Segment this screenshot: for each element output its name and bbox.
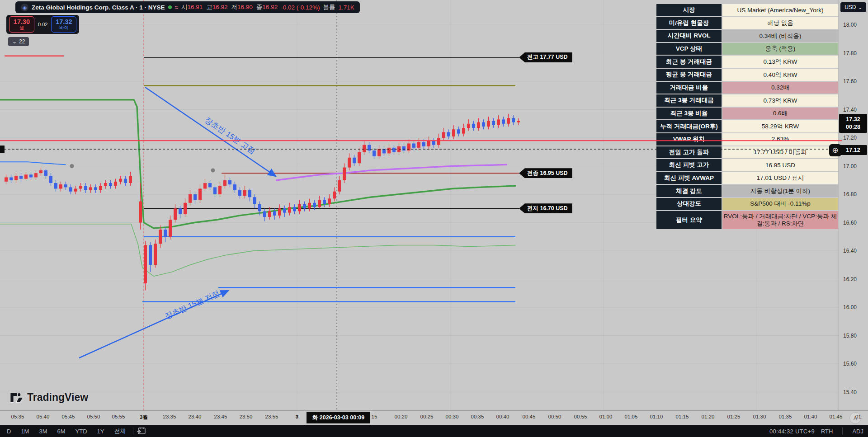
divider	[842, 428, 843, 435]
date-range-switcher: D1M3M6MYTD1Y전체	[0, 426, 130, 436]
tradingview-logo-icon	[10, 392, 24, 404]
rth-toggle[interactable]: RTH	[821, 428, 833, 435]
ohlc-item: 종16.92	[256, 3, 278, 11]
time-tick: 00:45	[523, 414, 536, 419]
range-button-d[interactable]: D	[3, 427, 15, 436]
approx-icon: ≈	[175, 4, 178, 11]
info-table-value: 해당 없음	[722, 17, 839, 30]
price-axis[interactable]: 18.0017.8017.6017.4017.2017.0016.8016.60…	[839, 0, 868, 410]
divider	[133, 428, 133, 435]
price-tick: 16.60	[843, 220, 857, 226]
info-table-label: VCP 상태	[656, 42, 722, 56]
session-clock[interactable]: 00:44:32 UTC+9	[769, 428, 815, 435]
buy-button[interactable]: 17.32 바이	[51, 16, 76, 33]
time-tick: 00:25	[420, 414, 434, 419]
price-tick: 15.60	[843, 361, 857, 367]
price-change: -0.02 (-0.12%)	[281, 4, 320, 11]
sell-label: 셀	[19, 25, 24, 30]
adj-toggle[interactable]: ADJ	[852, 428, 863, 435]
time-axis[interactable]: 화 2026-03-03 00:09 A 05:3505:4005:4505:5…	[0, 410, 868, 425]
time-tick: 00:50	[548, 414, 561, 419]
ohlc-values: 시16.91고16.92저16.90종16.92	[181, 3, 278, 11]
time-tick: 01:05	[625, 414, 638, 419]
tradingview-brand-text: TradingView	[27, 391, 88, 404]
info-table-label: 미/유럽 현물장	[656, 17, 722, 30]
time-tick: 23:40	[189, 414, 202, 419]
info-table-value: 0.13억 KRW	[722, 55, 839, 68]
price-tick: 17.60	[843, 78, 857, 85]
info-table-label: 최근 봉 거래대금	[656, 55, 722, 68]
price-tick: 17.80	[843, 50, 857, 56]
candles-layer	[5, 114, 520, 291]
price-tick: 15.80	[843, 333, 857, 339]
current-price: 17.32	[839, 116, 867, 123]
info-table-label: 시간대비 RVOL	[656, 29, 722, 42]
current-price-label: 17.32 00:28	[839, 114, 867, 133]
info-table-row: 미/유럽 현물장해당 없음	[656, 17, 839, 30]
info-table-label: 평균 봉 거래대금	[656, 68, 722, 81]
info-table-row: 체결 강도자동 비활성(1분 이하)	[656, 184, 839, 197]
price-tick: 17.20	[843, 135, 857, 141]
time-tick: 23:50	[240, 414, 253, 419]
chevron-down-icon: ⌄	[12, 38, 17, 45]
symbol-header[interactable]: ◈ Zeta Global Holdings Corp. Class A · 1…	[15, 1, 360, 13]
info-table-value: 58.29억 KRW	[722, 120, 839, 133]
range-button-3m[interactable]: 3M	[35, 427, 51, 436]
price-tick: 16.80	[843, 191, 857, 197]
indicators-collapse-badge[interactable]: ⌄ 22	[8, 37, 29, 46]
info-table-row: 최근 3봉 거래대금0.73억 KRW	[656, 94, 839, 107]
time-tick: 01:45	[830, 414, 843, 419]
time-tick: 01:30	[753, 414, 766, 419]
go-to-date-icon[interactable]	[137, 427, 146, 435]
info-table-label: 거래대금 비율	[656, 81, 722, 94]
range-button-ytd[interactable]: YTD	[71, 427, 91, 436]
info-table-row: 최신 피벗 AVWAP17.01 USD / 표시	[656, 172, 839, 185]
range-button-전체[interactable]: 전체	[110, 426, 130, 436]
range-button-1y[interactable]: 1Y	[93, 427, 108, 436]
price-tick: 15.40	[843, 389, 857, 395]
prev-close-tag[interactable]: 전종 16.95 USD	[519, 168, 572, 178]
info-table-row: VCP 상태응축 (적용)	[656, 42, 839, 56]
sell-button[interactable]: 17.30 셀	[9, 16, 34, 33]
level-lines-layer	[5, 56, 519, 302]
time-tick: 15	[372, 414, 377, 419]
buy-price: 17.32	[56, 19, 72, 25]
symbol-title[interactable]: Zeta Global Holdings Corp. Class A · 1 ·…	[32, 4, 165, 11]
info-table-value: 17.77 USD / 미돌파	[722, 146, 839, 159]
info-table-label: 상대강도	[656, 197, 722, 211]
buy-label: 바이	[59, 25, 69, 30]
ohlc-item: 고16.92	[206, 3, 227, 11]
prev-high-tag[interactable]: 전고 17.77 USD	[519, 52, 572, 62]
indicators-count: 22	[19, 38, 25, 45]
info-table-row: 거래대금 비율0.32배	[656, 81, 839, 94]
currency-label: USD	[844, 4, 856, 10]
info-table-value: 응축 (적용)	[722, 42, 839, 56]
info-table-label: 최근 3봉 거래대금	[656, 94, 722, 107]
volume-value: 1.71K	[338, 4, 354, 11]
time-tick: 00:30	[446, 414, 459, 419]
prev-low-tag[interactable]: 전저 16.70 USD	[519, 203, 572, 213]
price-tick: 16.20	[843, 276, 857, 282]
info-table-value: 0.34배 (비적용)	[722, 29, 839, 42]
range-button-6m[interactable]: 6M	[53, 427, 70, 436]
info-table-label: 필터 요약	[656, 211, 722, 230]
ma-blue-short	[0, 162, 66, 164]
info-table-row: 최신 피벗 고가16.95 USD	[656, 159, 839, 172]
info-table-value: RVOL:통과 / 거래대금:차단 / VCP:통과 체결:통과 / RS:차단	[722, 211, 839, 230]
currency-toggle-button[interactable]: USD ⌄	[840, 2, 866, 12]
range-button-1m[interactable]: 1M	[17, 427, 33, 436]
info-table-value: 0.40억 KRW	[722, 68, 839, 81]
time-tick: 23:35	[163, 414, 176, 419]
info-table-label: 누적 거래대금(OR후)	[656, 120, 722, 133]
info-table-row: 최근 3봉 비율0.6배	[656, 107, 839, 120]
sell-price: 17.30	[14, 19, 30, 25]
price-tick: 17.40	[843, 107, 857, 113]
early-high-arrow	[145, 87, 276, 176]
info-table-value: 17.01 USD / 표시	[722, 172, 839, 185]
ohlc-item: 시16.91	[181, 3, 203, 11]
info-table-value: 자동 비활성(1분 이하)	[722, 184, 839, 197]
info-table-label: 전일 고가 돌파	[656, 146, 722, 159]
time-tick: 01:35	[779, 414, 792, 419]
time-tick: 3	[296, 414, 298, 419]
price-tick: 18.00	[843, 22, 857, 28]
